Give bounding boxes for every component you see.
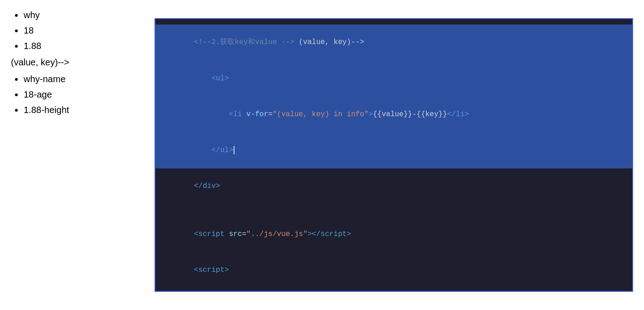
list-item-why: why (24, 7, 144, 23)
code-line-8: <script> (155, 252, 632, 288)
code-line-6 (155, 204, 632, 217)
code-line-2: <ul> (155, 60, 632, 96)
code-line-3: <li v-for="(value, key) in info">{{value… (155, 96, 632, 132)
code-line-5: </div> (155, 168, 632, 204)
bullet-list-1: why 18 1.88 (11, 7, 144, 54)
list-item-18-age: 18-age (24, 87, 144, 102)
code-line-9-content: const app = new Vue({ (159, 288, 629, 291)
code-line-2-content: <ul> (159, 60, 629, 96)
code-line-7-content: <script src="../js/vue.js"></script> (159, 217, 629, 252)
code-line-4-content: </ul> (159, 133, 629, 168)
code-line-5-content: </div> (159, 168, 629, 204)
code-line-7: <script src="../js/vue.js"></script> (155, 217, 632, 252)
list-item-18: 18 (24, 23, 144, 38)
left-panel: why 18 1.88 (value, key)--> why-name 18-… (0, 0, 155, 310)
bullet-list-2: why-name 18-age 1.88-height (11, 71, 144, 118)
code-line-8-content: <script> (159, 252, 629, 288)
code-line-9: const app = new Vue({ (155, 288, 632, 291)
code-editor: <!--2.获取key和value --> (value, key)--> <u… (155, 18, 633, 292)
code-line-3-content: <li v-for="(value, key) in info">{{value… (159, 96, 629, 132)
code-line-1: <!--2.获取key和value --> (value, key)--> (155, 25, 632, 60)
list-item-why-name: why-name (24, 71, 144, 87)
code-line-4: </ul> (155, 133, 632, 168)
inline-label: (value, key)--> (11, 57, 144, 68)
list-item-188: 1.88 (24, 38, 144, 54)
code-line-1-content: <!--2.获取key和value --> (value, key)--> (159, 25, 629, 60)
list-item-188-height: 1.88-height (24, 102, 144, 118)
code-area: <!--2.获取key和value --> (value, key)--> <u… (155, 19, 632, 291)
